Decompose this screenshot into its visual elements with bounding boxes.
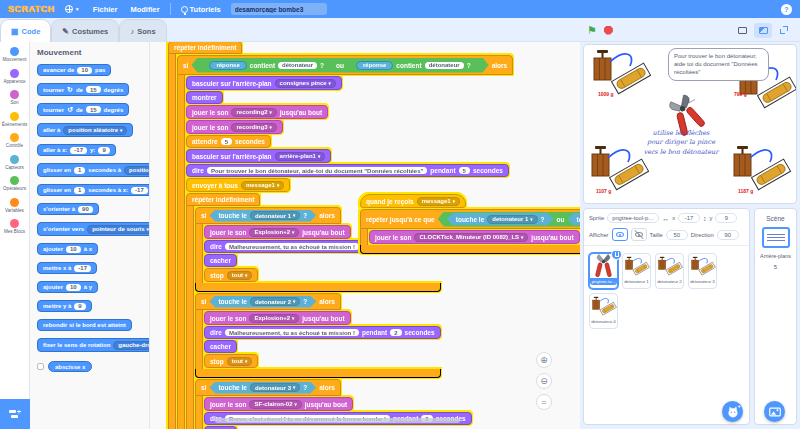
block[interactable]: stoptout▾ [204,354,258,368]
block-dropdown[interactable]: detonateur 3▾ [250,383,300,392]
block-input[interactable]: -17 [74,265,91,272]
zoom-out-button[interactable]: ⊖ [536,373,552,389]
block[interactable]: tourner↻de15degrés [37,83,129,96]
sprite-card-1[interactable]: pngtree-to... [589,253,618,289]
block-dropdown[interactable]: detonateur 2▾ [250,297,300,306]
category-son[interactable]: Son [0,90,29,105]
block[interactable]: cacher [204,340,237,353]
block-dropdown[interactable]: tout▾ [227,357,253,366]
sprite-size-field[interactable]: 50 [666,230,688,240]
monitor-checkbox[interactable] [37,363,44,370]
block[interactable]: jouer le sonCLOCKTick_Minuteur (ID 0082)… [369,230,580,244]
block[interactable]: aller àposition aléatoire▾ [37,123,133,137]
block[interactable]: rebondir si le bord est atteint [37,319,132,331]
stage-selector[interactable]: Scène Arrière-plans 5 [754,208,797,425]
sprite-y-field[interactable]: 9 [715,213,737,223]
block-dropdown[interactable]: arrière-plan1▾ [275,152,326,161]
block-dropdown[interactable]: CLOCKTick_Minuteur (ID 0082)_LS▾ [414,233,528,242]
block-dropdown[interactable]: recording2▾ [231,108,276,117]
condition-block[interactable]: touche ledetonateur 2▾? [568,213,580,225]
block-input[interactable]: Malheureusement, tu as échoué ta mission… [225,329,359,336]
sprite-card-2[interactable]: detonateur 1 [622,253,651,289]
tab-costumes[interactable]: ✎ Costumes [51,19,119,42]
block-dropdown[interactable]: SF-clairon-02▾ [249,400,301,409]
condition-block[interactable]: touche ledetonateur 3▾? [209,382,316,394]
block[interactable]: sitouche ledetonateur 3▾?alors [195,379,341,396]
condition-block[interactable]: réponsecontientdétonateur?ouréponseconti… [191,58,488,73]
block-dropdown[interactable]: Explosion+2▾ [249,314,299,323]
sprite-card-4[interactable]: detonateur 3 [688,253,717,289]
zoom-in-button[interactable]: ⊕ [536,352,552,368]
block-input[interactable]: Pour trouver le bon détonateur, aide-toi… [207,167,427,174]
add-sprite-button[interactable]: + [722,401,743,422]
delete-sprite-button[interactable] [611,249,622,260]
block[interactable]: envoyer à tousmessage1▾ [186,178,290,192]
tab-sounds[interactable]: ♪ Sons [119,19,166,42]
block-dropdown[interactable]: message1▾ [417,197,460,206]
reporter-reponse[interactable]: réponse [356,61,393,70]
green-flag-button[interactable]: ⚑ [587,25,597,36]
backdrop-thumbnail[interactable] [762,227,790,248]
block-input[interactable]: -17 [131,187,148,194]
block[interactable]: s'orienter verspointeur de souris▾ [37,222,150,236]
add-backdrop-button[interactable] [764,401,785,422]
category-capteurs[interactable]: Capteurs [0,155,29,170]
block[interactable]: jouer le sonExplosion+2▾jusqu'au bout [204,311,351,325]
category-apparence[interactable]: Apparence [0,69,29,84]
block-input[interactable]: détonateur [278,62,317,69]
add-extension-button[interactable] [0,399,30,429]
block-dropdown[interactable]: tout▾ [227,271,253,280]
block-input[interactable]: 15 [86,86,101,93]
block-input[interactable]: 10 [77,67,92,74]
condition-block[interactable]: touche ledetonateur 2▾? [209,296,316,308]
block-dropdown[interactable]: position aléatoire▾ [124,166,150,175]
category-contr-le[interactable]: Contrôle [0,133,29,148]
block[interactable]: glisser en1secondes àposition aléatoire▾ [37,163,150,177]
hide-sprite-button[interactable] [631,228,647,241]
scratch-logo[interactable]: SCRATCH [8,4,55,14]
menu-edit[interactable]: Modifier [127,0,162,18]
block[interactable]: jouer le sonrecording3▾ [186,120,283,134]
block-dropdown[interactable]: position aléatoire▾ [63,126,127,135]
block[interactable]: direMalheureusement, tu as échoué ta mis… [204,326,441,339]
block[interactable]: basculer sur l'arrière-planconsignes pin… [186,76,342,90]
block-dropdown[interactable]: Explosion+2▾ [249,228,299,237]
block-dropdown[interactable]: message1▾ [241,181,284,190]
zoom-reset-button[interactable]: = [536,394,552,410]
sprite-x-field[interactable]: -17 [678,213,700,223]
condition-block[interactable]: réponsecontientdétonateur? [200,59,333,71]
sprite-card-5[interactable]: detonateur 4 [589,293,618,329]
block-input[interactable]: Malheureusement, tu as échoué ta mission… [225,243,359,250]
help-button[interactable]: ? [781,4,792,15]
block-input[interactable]: 15 [86,106,101,113]
large-stage-button[interactable] [754,23,772,38]
tab-code[interactable]: ▦ Code [0,19,51,42]
block-dropdown[interactable]: recording3▾ [231,123,276,132]
condition-block[interactable]: touche ledetonateur 1▾? [447,213,554,225]
block[interactable]: jouer le sonExplosion+2▾jusqu'au bout [204,225,351,239]
block[interactable]: tourner↺de15degrés [37,103,129,116]
block-input[interactable]: 10 [66,284,81,291]
stop-button[interactable] [604,26,613,35]
block[interactable]: répéter indéfiniment [168,42,242,54]
block[interactable]: répéter indéfiniment [186,193,260,206]
block[interactable]: basculer sur l'arrière-planarrière-plan1… [186,149,331,163]
block[interactable]: s'orienter à90 [37,203,99,215]
menu-file[interactable]: Fichier [90,0,121,18]
language-menu[interactable]: ▼ [62,0,83,18]
block[interactable]: avancer de10pas [37,64,111,76]
category-variables[interactable]: Variables [0,198,29,213]
block[interactable]: ajouter10à x [37,243,98,255]
fullscreen-button[interactable] [775,23,793,38]
block[interactable]: direPour trouver le bon détonateur, aide… [186,164,509,177]
block-input[interactable]: détonateur [425,62,464,69]
condition-block[interactable]: touche ledetonateur 1▾? [209,210,316,222]
block-input[interactable]: 1 [74,187,85,194]
block-input[interactable]: 2 [390,329,401,336]
block-dropdown[interactable]: detonateur 1▾ [487,215,537,224]
block-input[interactable]: 9 [74,303,85,310]
category-mouvement[interactable]: Mouvement [0,47,29,62]
sprite-direction-field[interactable]: 90 [717,230,739,240]
horizontal-scrollbar[interactable] [215,418,460,423]
block[interactable]: montrer [186,91,223,104]
